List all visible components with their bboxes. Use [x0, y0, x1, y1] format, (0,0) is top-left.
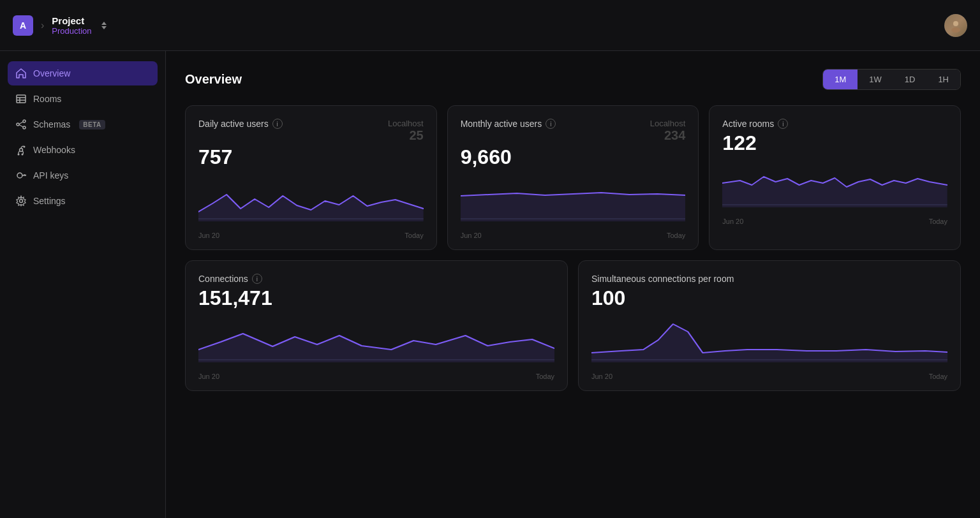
secondary-value-daily: 25: [409, 128, 423, 143]
card-title-row: Connections i: [198, 274, 262, 284]
card-monthly-active-users: Monthly active users i Localhost 234 9,6…: [447, 105, 699, 250]
svg-point-12: [24, 146, 26, 148]
sidebar-item-rooms[interactable]: Rooms: [8, 87, 158, 111]
webhooks-icon: [15, 144, 27, 156]
page-title: Overview: [185, 72, 242, 87]
chart-start-daily: Jun 20: [198, 232, 219, 239]
sidebar-item-api-keys[interactable]: API keys: [8, 163, 158, 188]
chart-svg-daily: [198, 177, 424, 221]
svg-point-15: [17, 173, 22, 178]
chart-labels-simultaneous: Jun 20 Today: [591, 373, 947, 380]
chart-end-connections: Today: [536, 373, 554, 380]
project-name: Project: [52, 15, 91, 26]
schemas-icon: [15, 119, 27, 130]
secondary-label-monthly: Localhost: [650, 119, 686, 128]
arrow-up-icon: [101, 22, 107, 25]
chart-svg-monthly: [461, 177, 686, 221]
chart-svg-connections: [198, 318, 554, 362]
chart-monthly: [461, 177, 686, 228]
card-value-connections: 151,471: [198, 286, 554, 310]
time-filter-1d[interactable]: 1D: [893, 70, 927, 89]
info-icon-daily[interactable]: i: [272, 119, 283, 129]
svg-point-11: [20, 149, 23, 152]
sidebar-label-overview: Overview: [33, 68, 70, 78]
settings-icon: [15, 195, 27, 207]
card-header: Active rooms i: [722, 119, 947, 129]
card-value-simultaneous: 100: [591, 286, 947, 310]
info-icon-connections[interactable]: i: [252, 274, 262, 284]
sidebar-label-schemas: Schemas: [33, 119, 70, 130]
info-icon-monthly[interactable]: i: [546, 119, 556, 129]
app-header: A › Project Production: [0, 0, 980, 51]
secondary-label-daily: Localhost: [388, 119, 424, 128]
sidebar-label-settings: Settings: [33, 196, 66, 206]
main-layout: Overview Rooms: [0, 51, 980, 518]
card-title-simultaneous: Simultaneous connections per room: [591, 274, 734, 284]
svg-point-19: [20, 200, 23, 203]
svg-point-1: [951, 27, 960, 33]
info-icon-rooms[interactable]: i: [778, 119, 788, 129]
chart-svg-simultaneous: [591, 318, 947, 362]
chart-labels-rooms: Jun 20 Today: [722, 218, 947, 225]
chart-end-monthly: Today: [667, 232, 685, 239]
sidebar-item-webhooks[interactable]: Webhooks: [8, 138, 158, 162]
chart-rooms: [722, 163, 947, 214]
time-filter-1h[interactable]: 1H: [926, 70, 960, 89]
sidebar-item-schemas[interactable]: Schemas BETA: [8, 112, 158, 137]
sidebar-item-settings[interactable]: Settings: [8, 189, 158, 213]
card-title-daily: Daily active users: [198, 119, 269, 129]
time-filter-1m[interactable]: 1M: [823, 70, 858, 89]
svg-line-9: [19, 122, 23, 124]
sidebar-item-overview[interactable]: Overview: [8, 61, 158, 85]
card-title-rooms: Active rooms: [722, 119, 774, 129]
svg-point-13: [22, 154, 24, 156]
card-value-rooms: 122: [722, 131, 947, 155]
breadcrumb-separator: ›: [41, 20, 44, 31]
chart-end-daily: Today: [405, 232, 423, 239]
card-connections: Connections i 151,471 Jun 20 Today: [185, 260, 568, 391]
svg-point-6: [17, 123, 19, 126]
svg-line-10: [19, 125, 23, 128]
arrow-down-icon: [101, 26, 107, 29]
top-cards-grid: Daily active users i Localhost 25 757: [185, 105, 961, 250]
chart-start-simultaneous: Jun 20: [591, 373, 612, 380]
card-header: Connections i: [198, 274, 554, 284]
user-icon: [949, 18, 963, 33]
chart-svg-rooms: [722, 163, 947, 207]
chart-start-rooms: Jun 20: [722, 218, 743, 225]
chart-daily: [198, 177, 424, 228]
svg-point-8: [23, 126, 26, 129]
time-filter-1w[interactable]: 1W: [858, 70, 893, 89]
card-simultaneous: Simultaneous connections per room 100 Ju…: [578, 260, 961, 391]
card-right-daily: Localhost 25: [388, 119, 424, 143]
project-env: Production: [52, 26, 91, 36]
card-daily-active-users: Daily active users i Localhost 25 757: [185, 105, 437, 250]
chart-connections: [198, 318, 554, 369]
chart-start-connections: Jun 20: [198, 373, 219, 380]
svg-point-0: [953, 21, 958, 26]
user-avatar-image: [944, 14, 967, 37]
card-title-row: Active rooms i: [722, 119, 788, 129]
chart-simultaneous: [591, 318, 947, 369]
user-avatar[interactable]: [944, 14, 967, 37]
project-avatar: A: [13, 15, 33, 36]
main-header: Overview 1M 1W 1D 1H: [185, 69, 961, 90]
api-icon: [15, 170, 27, 181]
schemas-badge: BETA: [79, 120, 105, 130]
env-selector[interactable]: [101, 22, 107, 29]
rooms-icon: [15, 93, 27, 105]
sidebar: Overview Rooms: [0, 51, 166, 518]
card-active-rooms: Active rooms i 122 Jun 20 Today: [709, 105, 961, 250]
svg-point-7: [23, 120, 26, 122]
card-title-row: Simultaneous connections per room: [591, 274, 734, 284]
chart-labels-daily: Jun 20 Today: [198, 232, 424, 239]
card-title-connections: Connections: [198, 274, 248, 284]
sidebar-label-api-keys: API keys: [33, 170, 68, 181]
card-header: Simultaneous connections per room: [591, 274, 947, 284]
card-title-monthly: Monthly active users: [461, 119, 542, 129]
project-info: Project Production: [52, 15, 91, 36]
bottom-cards-grid: Connections i 151,471 Jun 20 Today: [185, 260, 961, 391]
chart-labels-monthly: Jun 20 Today: [461, 232, 686, 239]
card-right-monthly: Localhost 234: [650, 119, 686, 143]
chart-labels-connections: Jun 20 Today: [198, 373, 554, 380]
